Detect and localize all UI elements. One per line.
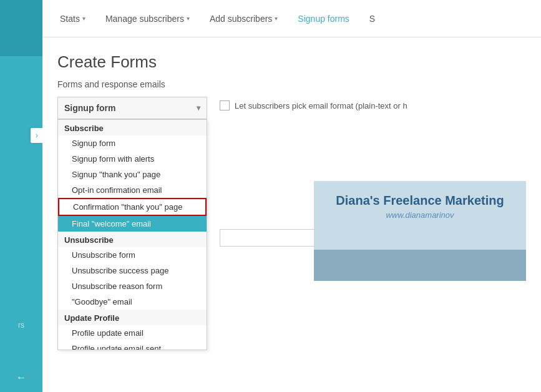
menu-item-profile-update-email[interactable]: Profile update email (58, 325, 207, 341)
email-format-label: Let subscribers pick email format (plain… (235, 101, 407, 110)
nav-add-label: Add subscribers (210, 14, 272, 24)
dropdown-trigger-arrow: ▾ (197, 104, 200, 112)
menu-item-confirmation-thankyou[interactable]: Confirmation "thank you" page (58, 198, 207, 216)
menu-item-signup-form[interactable]: Signup form (58, 135, 207, 151)
top-navigation: Stats ▾ Manage subscribers ▾ Add subscri… (42, 0, 541, 37)
nav-manage-label: Manage subscribers (105, 14, 184, 24)
menu-group-unsubscribe: Unsubscribe (58, 232, 207, 247)
preview-url: www.dianamarinov (326, 210, 514, 220)
nav-add-arrow: ▾ (275, 15, 278, 22)
preview-title: Diana's Freelance Marketing (326, 194, 514, 208)
email-format-checkbox[interactable] (220, 100, 230, 110)
sidebar-top (0, 0, 42, 56)
nav-item-manage-subscribers[interactable]: Manage subscribers ▾ (98, 9, 197, 29)
page-body: Create Forms Forms and response emails S… (42, 37, 541, 392)
menu-item-unsubscribe-reason[interactable]: Unsubscribe reason form (58, 278, 207, 294)
menu-item-goodbye-email[interactable]: "Goodbye" email (58, 294, 207, 310)
preview-area: Diana's Freelance Marketing www.dianamar… (314, 181, 526, 281)
menu-item-final-welcome[interactable]: Final "welcome" email (58, 216, 207, 232)
nav-item-add-subscribers[interactable]: Add subscribers ▾ (202, 9, 285, 29)
menu-item-unsubscribe-form[interactable]: Unsubscribe form (58, 247, 207, 263)
nav-stats-arrow: ▾ (82, 15, 85, 22)
nav-signup-label: Signup forms (298, 14, 349, 24)
nav-item-stats[interactable]: Stats ▾ (52, 9, 93, 29)
email-format-checkbox-wrap: Let subscribers pick email format (plain… (220, 100, 456, 110)
menu-item-profile-update-sent[interactable]: Profile update email sent (58, 341, 207, 350)
forms-label: Forms and response emails (57, 79, 526, 89)
sidebar-nav-back[interactable]: ← (16, 372, 26, 383)
sidebar-expand-arrow[interactable]: › (31, 128, 43, 143)
preview-bottom-bar (314, 250, 526, 281)
nav-s-label: S (369, 14, 375, 24)
form-type-dropdown[interactable]: Signup form ▾ (57, 97, 207, 119)
sidebar-label-rs: rs (0, 321, 42, 330)
page-title: Create Forms (57, 52, 526, 72)
menu-group-subscribe: Subscribe (58, 120, 207, 135)
menu-item-optin-confirmation[interactable]: Opt-in confirmation email (58, 182, 207, 198)
menu-item-unsubscribe-success[interactable]: Unsubscribe success page (58, 263, 207, 278)
sidebar: › rs ← (0, 0, 42, 392)
nav-stats-label: Stats (60, 14, 80, 24)
preview-inner: Diana's Freelance Marketing www.dianamar… (314, 181, 526, 232)
menu-group-update-profile: Update Profile (58, 310, 207, 325)
nav-manage-arrow: ▾ (187, 15, 190, 22)
menu-item-signup-thankyou[interactable]: Signup "thank you" page (58, 167, 207, 182)
dropdown-menu: Subscribe Signup form Signup form with a… (57, 119, 207, 350)
form-type-dropdown-wrapper: Signup form ▾ Subscribe Signup form Sign… (57, 97, 207, 119)
nav-item-s[interactable]: S (362, 9, 383, 29)
nav-item-signup-forms[interactable]: Signup forms (290, 9, 356, 29)
menu-item-signup-form-alerts[interactable]: Signup form with alerts (58, 151, 207, 167)
dropdown-trigger-label: Signup form (64, 103, 115, 113)
main-content: Stats ▾ Manage subscribers ▾ Add subscri… (42, 0, 541, 392)
